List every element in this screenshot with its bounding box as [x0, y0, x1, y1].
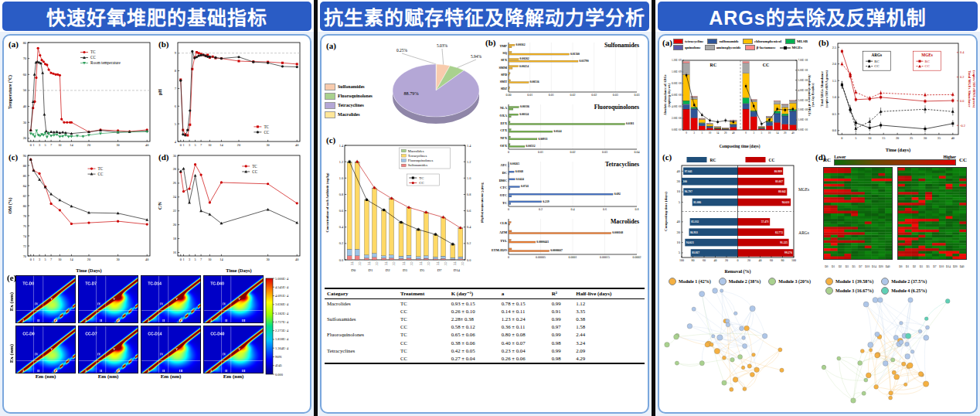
- table-cell: 0.80 ± 0.08: [499, 331, 550, 339]
- svg-text:7: 7: [50, 143, 53, 147]
- svg-text:5.03%: 5.03%: [437, 43, 447, 48]
- args-legend-item: quinolone: [673, 45, 701, 50]
- svg-text:40: 40: [677, 169, 681, 173]
- svg-text:D20: D20: [953, 265, 958, 268]
- svg-text:DC: DC: [502, 171, 507, 175]
- svg-text:15: 15: [882, 136, 885, 140]
- svg-text:0.2: 0.2: [467, 241, 471, 245]
- graphical-abstract: 快速好氧堆肥的基础指标 (a) 203040506070800135710142…: [0, 0, 980, 416]
- svg-text:40: 40: [791, 131, 795, 135]
- svg-text:0.4: 0.4: [571, 207, 575, 211]
- svg-text:2.5: 2.5: [832, 46, 836, 49]
- svg-text:81.086: 81.086: [693, 201, 701, 204]
- table-cell: 0.14 ± 0.11: [499, 307, 550, 315]
- svg-text:30: 30: [266, 257, 269, 261]
- svg-text:0.01: 0.01: [549, 93, 554, 97]
- svg-text:0.03: 0.03: [602, 150, 607, 154]
- svg-text:NLA: NLA: [500, 106, 508, 110]
- svg-text:0: 0: [30, 257, 32, 261]
- heatmap-rc-columns: D0D1D2D3D5D7D10D14D20D40: [823, 263, 891, 269]
- svg-text:4: 4: [175, 140, 177, 144]
- svg-text:30: 30: [266, 143, 269, 147]
- svg-text:2.273E+4: 2.273E+4: [275, 329, 289, 332]
- svg-text:20: 20: [87, 257, 90, 261]
- svg-text:1.0: 1.0: [467, 176, 471, 180]
- svg-text:3.00E+08: 3.00E+08: [798, 99, 808, 102]
- legend-swatch: [325, 111, 335, 118]
- svg-text:84: 84: [23, 184, 27, 188]
- svg-text:Absolute abundance of ARGs: Absolute abundance of ARGs: [663, 74, 667, 115]
- table-header: K (day⁻¹): [449, 288, 499, 299]
- table-cell: Sulfonamides: [325, 315, 398, 322]
- svg-text:TC: TC: [402, 262, 405, 266]
- svg-text:SFX: SFX: [501, 58, 508, 62]
- svg-text:82: 82: [23, 194, 26, 198]
- module-legend-item: Module 3 (16.67%): [825, 287, 873, 295]
- table-cell: 0.23 ± 0.04: [499, 346, 550, 354]
- svg-text:10: 10: [677, 240, 681, 244]
- svg-text:0.00265: 0.00265: [510, 162, 519, 165]
- svg-text:D14: D14: [872, 265, 876, 268]
- svg-text:4545: 4545: [275, 363, 283, 367]
- svg-text:0.01: 0.01: [527, 93, 533, 97]
- module-legend-item: Module 1 (42%): [669, 278, 711, 285]
- tag-c: (c): [662, 153, 672, 162]
- svg-text:86.913: 86.913: [690, 231, 698, 234]
- legend-label: β-lactamase: [757, 46, 776, 49]
- svg-text:D3: D3: [403, 268, 407, 272]
- cc-label: CC: [959, 157, 967, 163]
- svg-text:18: 18: [173, 237, 176, 240]
- table-cell: 0.65 ± 0.06: [449, 331, 499, 339]
- svg-text:40: 40: [732, 131, 735, 135]
- svg-text:0.25%: 0.25%: [396, 48, 407, 53]
- svg-text:0.8: 0.8: [339, 193, 343, 196]
- svg-text:40: 40: [677, 220, 681, 223]
- args-abundance-block: (a) tetracyclinesulfonamidechloramphenic…: [662, 39, 815, 153]
- legend-swatch: [673, 45, 683, 50]
- svg-text:0.00254: 0.00254: [519, 65, 529, 68]
- legend-label: Fluoroquinolones: [338, 94, 373, 98]
- svg-text:28: 28: [173, 167, 176, 171]
- svg-text:5: 5: [679, 200, 681, 204]
- table-header: Category: [325, 288, 398, 299]
- svg-text:50: 50: [23, 88, 26, 92]
- svg-text:0.03: 0.03: [635, 93, 640, 97]
- module-legend-item: Module 1 (39.58%): [825, 278, 873, 285]
- svg-text:2.0: 2.0: [832, 62, 836, 66]
- svg-text:4.00E+08: 4.00E+08: [672, 105, 682, 108]
- svg-text:94.633: 94.633: [782, 201, 790, 204]
- args-legend-item: aminoglycoside: [705, 45, 741, 50]
- module-legend-item: Module 3 (20%): [768, 278, 811, 285]
- svg-text:Sulfonamides: Sulfonamides: [408, 163, 427, 167]
- table-cell: 0.40 ± 0.07: [499, 339, 550, 346]
- svg-text:3: 3: [39, 257, 40, 261]
- svg-text:30: 30: [116, 143, 119, 147]
- heatmap-rc: D0D1D2D3D5D7D10D14D20D40: [823, 167, 893, 269]
- svg-text:14: 14: [219, 257, 223, 261]
- module-label: Module 4 (6.25%): [891, 288, 927, 293]
- temperature-chart: (a) 20304050607080013571014203040TCCCRoo…: [7, 39, 157, 152]
- args-legend-item: MGEs: [780, 45, 803, 50]
- svg-text:D40: D40: [886, 265, 890, 268]
- svg-text:D7: D7: [859, 265, 862, 268]
- svg-text:20: 20: [173, 223, 176, 227]
- svg-text:D10: D10: [865, 265, 869, 268]
- tag-b: (b): [485, 39, 495, 47]
- panel-args: ARGs的去除及反弹机制 (a) tetracyclinesulfonamide…: [655, 0, 980, 416]
- svg-text:TC: TC: [453, 262, 456, 266]
- svg-text:0.01560: 0.01560: [570, 53, 580, 56]
- svg-text:Time (Days): Time (Days): [76, 268, 101, 274]
- legend-label: tetracycline: [685, 39, 703, 43]
- legend-label: MLSB: [797, 39, 808, 43]
- table-header: Half-live (days): [573, 288, 645, 299]
- antibiotic-stacked-block: (c) 0.00.00.20.20.40.40.60.60.80.81.01.0…: [325, 139, 484, 285]
- svg-text:7: 7: [200, 143, 202, 147]
- svg-text:Time (Days): Time (Days): [226, 268, 251, 274]
- module-legend-item: Module 2 (37.5%): [881, 278, 927, 285]
- svg-text:14: 14: [70, 257, 73, 261]
- svg-text:9: 9: [175, 51, 176, 55]
- svg-text:20: 20: [724, 131, 727, 135]
- svg-text:5: 5: [701, 131, 703, 135]
- table-cell: CC: [398, 339, 449, 346]
- svg-text:7.00E+08: 7.00E+08: [798, 59, 808, 62]
